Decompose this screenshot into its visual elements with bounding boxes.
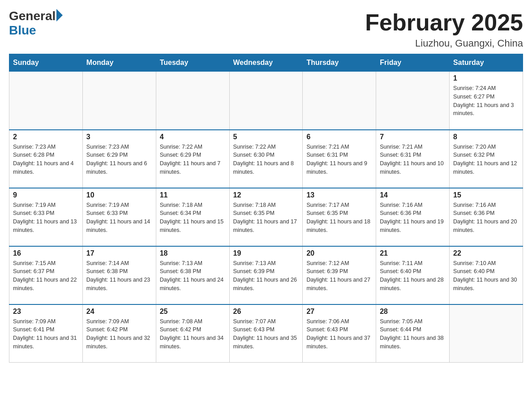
day-number: 27	[306, 308, 372, 316]
day-number: 22	[453, 249, 519, 257]
day-number: 3	[86, 133, 152, 141]
calendar-cell: 6Sunrise: 7:21 AMSunset: 6:31 PMDaylight…	[303, 130, 376, 188]
calendar-cell: 27Sunrise: 7:06 AMSunset: 6:43 PMDayligh…	[303, 304, 376, 363]
day-number: 5	[233, 133, 299, 141]
calendar-cell: 9Sunrise: 7:19 AMSunset: 6:33 PMDaylight…	[9, 188, 83, 246]
day-info: Sunrise: 7:22 AMSunset: 6:30 PMDaylight:…	[233, 143, 299, 176]
calendar-cell	[450, 304, 523, 363]
day-info: Sunrise: 7:13 AMSunset: 6:39 PMDaylight:…	[233, 259, 299, 293]
calendar-cell	[229, 72, 303, 130]
calendar-table: Sunday Monday Tuesday Wednesday Thursday…	[9, 54, 523, 363]
calendar-row-1: 2Sunrise: 7:23 AMSunset: 6:28 PMDaylight…	[9, 130, 523, 188]
day-info: Sunrise: 7:09 AMSunset: 6:42 PMDaylight:…	[86, 317, 152, 351]
calendar-subtitle: Liuzhou, Guangxi, China	[365, 38, 523, 49]
day-info: Sunrise: 7:19 AMSunset: 6:33 PMDaylight:…	[13, 201, 79, 235]
day-number: 9	[13, 191, 79, 199]
day-info: Sunrise: 7:19 AMSunset: 6:33 PMDaylight:…	[86, 201, 152, 235]
calendar-cell: 18Sunrise: 7:13 AMSunset: 6:38 PMDayligh…	[156, 246, 229, 304]
calendar-row-0: 1Sunrise: 7:24 AMSunset: 6:27 PMDaylight…	[9, 72, 523, 130]
header-monday: Monday	[82, 54, 156, 72]
calendar-cell: 7Sunrise: 7:21 AMSunset: 6:31 PMDaylight…	[376, 130, 450, 188]
day-number: 10	[86, 191, 152, 199]
day-info: Sunrise: 7:11 AMSunset: 6:40 PMDaylight:…	[380, 259, 446, 293]
day-number: 20	[306, 249, 372, 257]
header-tuesday: Tuesday	[156, 54, 229, 72]
day-number: 11	[160, 191, 226, 199]
logo-general-text: General	[9, 9, 56, 23]
day-info: Sunrise: 7:20 AMSunset: 6:32 PMDaylight:…	[453, 143, 519, 176]
day-number: 12	[233, 191, 299, 199]
logo-text: General	[9, 9, 63, 23]
calendar-cell: 15Sunrise: 7:16 AMSunset: 6:36 PMDayligh…	[450, 188, 523, 246]
calendar-cell: 12Sunrise: 7:18 AMSunset: 6:35 PMDayligh…	[229, 188, 303, 246]
calendar-row-2: 9Sunrise: 7:19 AMSunset: 6:33 PMDaylight…	[9, 188, 523, 246]
day-number: 13	[306, 191, 372, 199]
day-number: 21	[380, 249, 446, 257]
calendar-cell	[156, 72, 229, 130]
calendar-cell	[82, 72, 156, 130]
day-number: 19	[233, 249, 299, 257]
day-number: 28	[380, 308, 446, 316]
day-info: Sunrise: 7:16 AMSunset: 6:36 PMDaylight:…	[380, 201, 446, 235]
day-info: Sunrise: 7:18 AMSunset: 6:35 PMDaylight:…	[233, 201, 299, 235]
day-number: 24	[86, 308, 152, 316]
day-info: Sunrise: 7:06 AMSunset: 6:43 PMDaylight:…	[306, 317, 372, 351]
calendar-cell: 20Sunrise: 7:12 AMSunset: 6:39 PMDayligh…	[303, 246, 376, 304]
calendar-cell: 21Sunrise: 7:11 AMSunset: 6:40 PMDayligh…	[376, 246, 450, 304]
logo-arrow-icon	[56, 9, 63, 21]
calendar-cell: 11Sunrise: 7:18 AMSunset: 6:34 PMDayligh…	[156, 188, 229, 246]
calendar-cell: 23Sunrise: 7:09 AMSunset: 6:41 PMDayligh…	[9, 304, 83, 363]
calendar-cell: 2Sunrise: 7:23 AMSunset: 6:28 PMDaylight…	[9, 130, 83, 188]
calendar-cell: 10Sunrise: 7:19 AMSunset: 6:33 PMDayligh…	[82, 188, 156, 246]
day-number: 8	[453, 133, 519, 141]
calendar-cell: 4Sunrise: 7:22 AMSunset: 6:29 PMDaylight…	[156, 130, 229, 188]
page-header: General Blue February 2025 Liuzhou, Guan…	[9, 9, 523, 49]
header-saturday: Saturday	[450, 54, 523, 72]
logo-blue-text: Blue	[9, 23, 36, 38]
header-sunday: Sunday	[9, 54, 83, 72]
day-info: Sunrise: 7:17 AMSunset: 6:35 PMDaylight:…	[306, 201, 372, 235]
calendar-cell: 5Sunrise: 7:22 AMSunset: 6:30 PMDaylight…	[229, 130, 303, 188]
calendar-row-4: 23Sunrise: 7:09 AMSunset: 6:41 PMDayligh…	[9, 304, 523, 363]
day-info: Sunrise: 7:21 AMSunset: 6:31 PMDaylight:…	[306, 143, 372, 176]
day-info: Sunrise: 7:09 AMSunset: 6:41 PMDaylight:…	[13, 317, 79, 351]
day-info: Sunrise: 7:12 AMSunset: 6:39 PMDaylight:…	[306, 259, 372, 293]
day-info: Sunrise: 7:13 AMSunset: 6:38 PMDaylight:…	[160, 259, 226, 293]
calendar-cell	[303, 72, 376, 130]
day-info: Sunrise: 7:18 AMSunset: 6:34 PMDaylight:…	[160, 201, 226, 235]
day-info: Sunrise: 7:07 AMSunset: 6:43 PMDaylight:…	[233, 317, 299, 351]
calendar-row-3: 16Sunrise: 7:15 AMSunset: 6:37 PMDayligh…	[9, 246, 523, 304]
calendar-cell: 25Sunrise: 7:08 AMSunset: 6:42 PMDayligh…	[156, 304, 229, 363]
day-number: 4	[160, 133, 226, 141]
logo: General Blue	[9, 9, 63, 38]
calendar-title: February 2025	[365, 9, 523, 36]
day-number: 7	[380, 133, 446, 141]
day-info: Sunrise: 7:15 AMSunset: 6:37 PMDaylight:…	[13, 259, 79, 293]
day-info: Sunrise: 7:16 AMSunset: 6:36 PMDaylight:…	[453, 201, 519, 235]
calendar-cell: 3Sunrise: 7:23 AMSunset: 6:29 PMDaylight…	[82, 130, 156, 188]
day-number: 26	[233, 308, 299, 316]
day-info: Sunrise: 7:05 AMSunset: 6:44 PMDaylight:…	[380, 317, 446, 351]
calendar-cell: 19Sunrise: 7:13 AMSunset: 6:39 PMDayligh…	[229, 246, 303, 304]
day-number: 25	[160, 308, 226, 316]
day-info: Sunrise: 7:24 AMSunset: 6:27 PMDaylight:…	[453, 84, 519, 118]
day-number: 15	[453, 191, 519, 199]
day-number: 16	[13, 249, 79, 257]
calendar-cell: 13Sunrise: 7:17 AMSunset: 6:35 PMDayligh…	[303, 188, 376, 246]
day-number: 1	[453, 74, 519, 82]
day-number: 18	[160, 249, 226, 257]
header-thursday: Thursday	[303, 54, 376, 72]
day-number: 17	[86, 249, 152, 257]
calendar-cell: 14Sunrise: 7:16 AMSunset: 6:36 PMDayligh…	[376, 188, 450, 246]
calendar-cell: 26Sunrise: 7:07 AMSunset: 6:43 PMDayligh…	[229, 304, 303, 363]
calendar-cell: 22Sunrise: 7:10 AMSunset: 6:40 PMDayligh…	[450, 246, 523, 304]
day-info: Sunrise: 7:21 AMSunset: 6:31 PMDaylight:…	[380, 143, 446, 176]
day-info: Sunrise: 7:22 AMSunset: 6:29 PMDaylight:…	[160, 143, 226, 176]
day-info: Sunrise: 7:14 AMSunset: 6:38 PMDaylight:…	[86, 259, 152, 293]
header-friday: Friday	[376, 54, 450, 72]
calendar-cell	[9, 72, 83, 130]
calendar-cell: 17Sunrise: 7:14 AMSunset: 6:38 PMDayligh…	[82, 246, 156, 304]
calendar-cell: 8Sunrise: 7:20 AMSunset: 6:32 PMDaylight…	[450, 130, 523, 188]
day-number: 14	[380, 191, 446, 199]
calendar-cell: 1Sunrise: 7:24 AMSunset: 6:27 PMDaylight…	[450, 72, 523, 130]
